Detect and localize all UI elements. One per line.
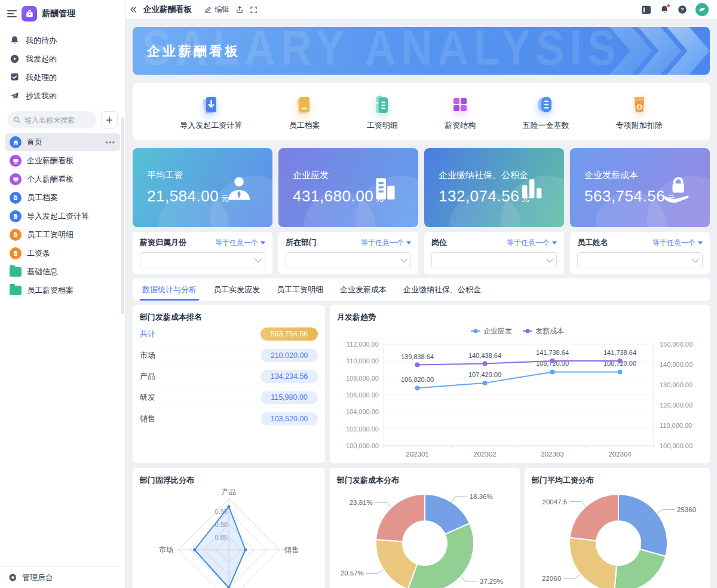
sidebar-item-my-initiated[interactable]: 我发起的 [0, 50, 125, 68]
panel-toggle-button[interactable] [641, 5, 651, 14]
monthly-trend-line-chart[interactable]: 100,000.00102,000.00104,000.00106,000.00… [337, 323, 703, 461]
svg-text:130,000.00: 130,000.00 [660, 381, 693, 388]
panel-monthly-payroll-trend: 月发薪趋势 100,000.00102,000.00104,000.00106,… [330, 305, 710, 463]
sidebar-item-home[interactable]: 首页 ••• [5, 133, 120, 151]
svg-text:25360: 25360 [677, 506, 696, 513]
help-button[interactable]: ? [678, 5, 687, 14]
tab-social-security[interactable]: 企业缴纳社保、公积金 [403, 278, 481, 301]
svg-text:140,438.64: 140,438.64 [468, 352, 501, 359]
cost-distribution-donut-chart[interactable]: 18.36%37.25%20.57%23.81% [337, 486, 513, 588]
filter-select[interactable] [286, 252, 411, 268]
plus-icon [106, 117, 113, 124]
add-button[interactable] [101, 111, 118, 128]
filter-operator-dropdown[interactable]: 等于任意一个 [361, 238, 411, 248]
filter-select[interactable] [431, 252, 557, 268]
sidebar-item-basic-info[interactable]: 基础信息 [5, 263, 120, 281]
filter-label: 薪资归属月份 [140, 237, 186, 248]
charts-row-1: 部门发薪成本排名 共计 563,754.56 市场 210,020.00 产品 … [133, 305, 710, 463]
collapse-sidebar-icon[interactable] [129, 5, 137, 14]
quick-action-label: 导入发起工资计算 [180, 120, 242, 131]
filter-select[interactable] [577, 252, 703, 268]
sidebar-item-my-todo[interactable]: 我的待办 [0, 31, 125, 50]
svg-text:112,000.00: 112,000.00 [347, 341, 379, 348]
svg-text:发薪成本: 发薪成本 [535, 327, 564, 335]
sidebar-item-label: 我处理的 [26, 72, 57, 83]
admin-backend-button[interactable]: 管理后台 [0, 566, 125, 588]
svg-text:产品: 产品 [222, 488, 236, 496]
sidebar-item-import-payroll[interactable]: 导入发起工资计算 [5, 207, 120, 225]
ranking-row: 销售 103,520.00 [140, 408, 318, 429]
panel-average-salary-distribution: 部门平均工资分布 253602206020047.5 [525, 468, 710, 588]
tab-payroll-cost[interactable]: 企业发薪成本 [340, 278, 387, 301]
app-title: 薪酬管理 [42, 8, 75, 19]
filter-operator-dropdown[interactable]: 等于任意一个 [652, 238, 703, 248]
user-avatar[interactable] [695, 3, 709, 16]
stat-card-social-security: 企业缴纳社保、公积金 132,074.56元 [424, 148, 564, 227]
chevron-down-icon [692, 256, 698, 262]
quick-action-label: 五险一金基数 [522, 120, 569, 131]
filter-operator-dropdown[interactable]: 等于任意一个 [507, 238, 557, 248]
panel-title: 部门发薪成本排名 [140, 312, 318, 323]
ranking-row: 产品 134,234.56 [140, 366, 318, 387]
quick-action-label: 薪资结构 [445, 120, 476, 131]
search-input[interactable] [24, 116, 90, 124]
quick-action-label: 员工档案 [289, 120, 320, 131]
average-salary-donut-chart[interactable]: 253602206020047.5 [532, 486, 705, 588]
divider [198, 5, 198, 14]
quick-action-insurance-base[interactable]: 五险一金基数 [522, 93, 569, 131]
quick-action-import-payroll[interactable]: 导入发起工资计算 [180, 93, 242, 131]
svg-text:110,000.00: 110,000.00 [660, 422, 692, 429]
sidebar-item-employee-files[interactable]: 员工档案 [5, 189, 120, 207]
quick-action-salary-structure[interactable]: 薪资结构 [445, 93, 476, 131]
filters-row: 薪资归属月份 等于任意一个 所在部门 等于任意一个 岗位 等于任意一个 [133, 232, 710, 274]
page-title: 企业薪酬看板 [143, 4, 192, 15]
filter-select[interactable] [140, 252, 265, 268]
bar-chart-icon [517, 173, 546, 202]
quick-action-salary-detail[interactable]: 工资明细 [367, 93, 398, 131]
svg-text:150,000.00: 150,000.00 [660, 341, 693, 348]
svg-text:102,000.00: 102,000.00 [346, 425, 379, 433]
sidebar-item-salary-archives[interactable]: 员工薪资档案 [5, 281, 120, 299]
stat-card-average-salary: 平均工资 21,584.00元 [133, 148, 272, 227]
tab-salary-detail[interactable]: 员工工资明细 [277, 278, 323, 301]
sidebar-item-payslip[interactable]: 工资条 [5, 244, 120, 262]
quick-action-employee-files[interactable]: 员工档案 [289, 93, 320, 131]
folder-icon [10, 267, 22, 277]
dashboard-banner: SALARY ANALYSIS 企业薪酬看板 [133, 27, 710, 75]
stat-value: 563,754.56 [584, 187, 665, 205]
filter-department: 所在部门 等于任意一个 [278, 232, 418, 274]
panel-title: 部门固浮比分布 [140, 475, 318, 486]
search-box[interactable] [7, 111, 96, 128]
svg-text:107,420.00: 107,420.00 [468, 371, 501, 378]
tab-statistics-analysis[interactable]: 数据统计与分析 [142, 278, 197, 301]
panel-cost-distribution: 部门发薪成本分布 18.36%37.25%20.57%23.81% [330, 468, 520, 588]
fullscreen-button[interactable] [250, 6, 258, 14]
sidebar-item-cc-me[interactable]: 抄送我的 [0, 87, 125, 105]
filter-operator-dropdown[interactable]: 等于任意一个 [215, 238, 265, 248]
tab-actual-payable[interactable]: 员工实发应发 [213, 278, 260, 301]
sidebar-scrollbar[interactable] [121, 117, 124, 314]
panel-title: 部门发薪成本分布 [337, 475, 513, 486]
sidebar-item-label: 工资条 [27, 248, 50, 259]
building-icon [370, 173, 400, 203]
more-options-icon[interactable]: ••• [105, 138, 115, 147]
ratio-radar-chart[interactable]: 0.850.900.95产品销售研发市场 [140, 486, 318, 588]
sidebar-item-salary-detail[interactable]: 员工工资明细 [5, 226, 120, 244]
hamburger-menu-icon[interactable] [7, 10, 17, 17]
quick-action-special-deduction[interactable]: 专项附加扣除 [616, 93, 663, 131]
sidebar-item-label: 抄送我的 [26, 91, 57, 102]
sidebar-item-my-processed[interactable]: 我处理的 [0, 68, 125, 87]
edit-button[interactable]: 编辑 [204, 5, 229, 15]
sidebar-item-personal-dashboard[interactable]: 个人薪酬看板 [5, 170, 120, 188]
sidebar-item-company-dashboard[interactable]: 企业薪酬看板 [5, 152, 120, 170]
share-button[interactable] [235, 5, 244, 14]
app-logo-icon[interactable] [22, 6, 37, 22]
sidebar-item-label: 导入发起工资计算 [27, 211, 89, 222]
svg-text:23.81%: 23.81% [350, 499, 373, 506]
caret-down-icon [406, 241, 411, 244]
sidebar-item-label: 员工档案 [27, 192, 58, 203]
sidebar-header: 薪酬管理 [0, 0, 125, 29]
sidebar: 薪酬管理 我的待办 我发起的 我处理的 抄送我的 [0, 0, 125, 588]
svg-text:20047.5: 20047.5 [543, 498, 568, 506]
notifications-bell-icon[interactable] [660, 5, 669, 14]
